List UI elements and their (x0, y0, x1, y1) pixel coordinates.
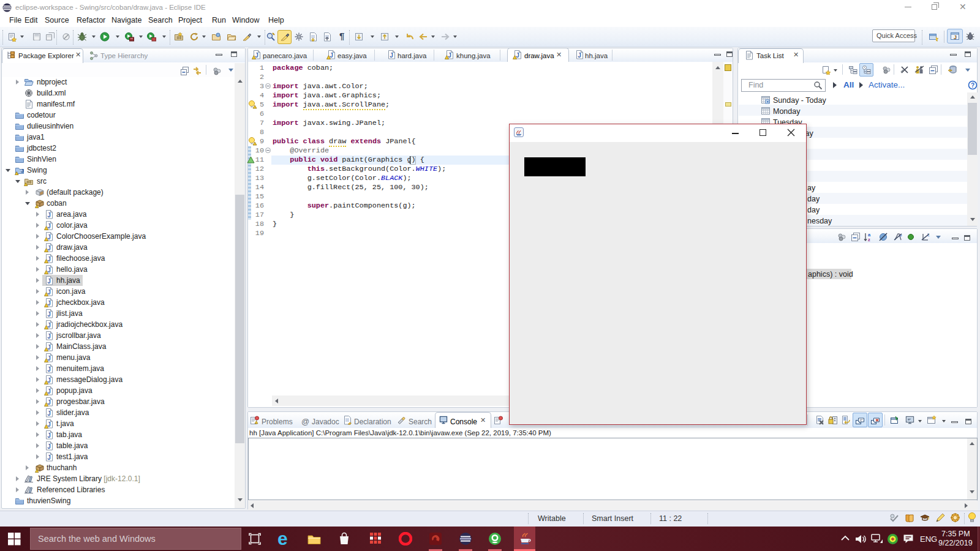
svg-text:z: z (868, 237, 870, 242)
svg-text:J: J (47, 256, 51, 263)
svg-text:J: J (47, 278, 51, 285)
svg-text:J: J (448, 52, 451, 59)
svg-text:J: J (390, 52, 393, 59)
svg-text:J: J (47, 289, 51, 296)
svg-text:J: J (47, 234, 51, 241)
svg-text:J: J (47, 344, 51, 351)
svg-text:J: J (47, 300, 51, 307)
svg-text:J: J (47, 311, 51, 318)
svg-text:J: J (578, 52, 581, 59)
svg-text:J: J (47, 410, 51, 417)
svg-text:J: J (47, 366, 51, 373)
svg-text:J: J (47, 245, 51, 252)
svg-text:J: J (47, 267, 51, 274)
svg-text:J: J (330, 52, 333, 59)
svg-text:J: J (47, 212, 51, 219)
svg-text:J: J (47, 377, 51, 384)
svg-text:J: J (21, 168, 24, 174)
svg-text:J: J (47, 454, 51, 461)
svg-text:J: J (47, 399, 51, 406)
svg-text:J: J (47, 388, 51, 395)
svg-text:J: J (516, 52, 519, 59)
svg-text:J: J (47, 333, 51, 340)
svg-text:J: J (47, 443, 51, 450)
svg-text:J: J (255, 52, 258, 59)
svg-text:J: J (47, 355, 51, 362)
svg-text:J: J (47, 322, 51, 329)
svg-text:?: ? (971, 82, 974, 89)
svg-text:J: J (47, 421, 51, 428)
svg-text:J: J (47, 432, 51, 439)
svg-text:J: J (47, 223, 51, 230)
svg-text:J: J (954, 34, 957, 40)
